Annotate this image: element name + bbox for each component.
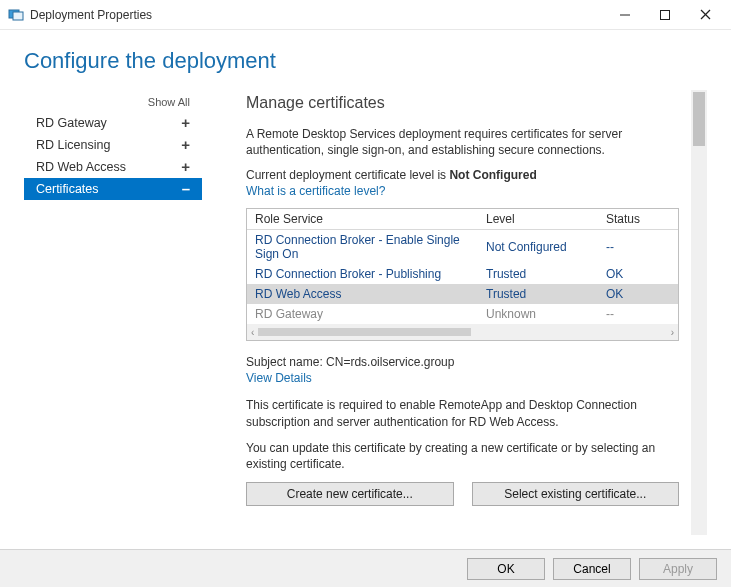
scrollbar-thumb[interactable] [258, 328, 470, 336]
col-status-header[interactable]: Status [606, 212, 670, 226]
expand-icon: + [181, 161, 190, 173]
sidebar-item-label: RD Licensing [36, 138, 110, 152]
sidebar-item-certificates[interactable]: Certificates – [24, 178, 202, 200]
minimize-button[interactable] [605, 1, 645, 29]
cert-description-1: This certificate is required to enable R… [246, 397, 679, 429]
table-row[interactable]: RD Web Access Trusted OK [247, 284, 678, 304]
table-row[interactable]: RD Connection Broker - Publishing Truste… [247, 264, 678, 284]
sidebar-item-rd-web-access[interactable]: RD Web Access + [24, 156, 202, 178]
table-header-row: Role Service Level Status [247, 209, 678, 230]
sidebar-item-label: RD Web Access [36, 160, 126, 174]
show-all-link[interactable]: Show All [24, 90, 202, 112]
panel-intro: A Remote Desktop Services deployment req… [246, 126, 679, 158]
collapse-icon: – [182, 183, 190, 195]
maximize-button[interactable] [645, 1, 685, 29]
table-horizontal-scrollbar[interactable]: ‹ › [247, 324, 678, 340]
sidebar-item-rd-gateway[interactable]: RD Gateway + [24, 112, 202, 134]
svg-rect-3 [661, 10, 670, 19]
expand-icon: + [181, 139, 190, 151]
certificates-table: Role Service Level Status RD Connection … [246, 208, 679, 341]
cancel-button[interactable]: Cancel [553, 558, 631, 580]
sidebar: Show All RD Gateway + RD Licensing + RD … [24, 90, 202, 545]
close-button[interactable] [685, 1, 725, 29]
app-icon [8, 7, 24, 23]
subject-name: Subject name: CN=rds.oilservice.group [246, 355, 679, 369]
sidebar-item-label: RD Gateway [36, 116, 107, 130]
what-is-cert-level-link[interactable]: What is a certificate level? [246, 184, 679, 198]
dialog-footer: OK Cancel Apply [0, 549, 731, 587]
ok-button[interactable]: OK [467, 558, 545, 580]
cert-level-status: Current deployment certificate level is … [246, 168, 679, 182]
scrollbar-thumb[interactable] [693, 92, 705, 146]
col-level-header[interactable]: Level [486, 212, 606, 226]
sidebar-item-rd-licensing[interactable]: RD Licensing + [24, 134, 202, 156]
window-title: Deployment Properties [30, 8, 605, 22]
vertical-scrollbar[interactable] [691, 90, 707, 535]
page-heading: Configure the deployment [24, 48, 707, 74]
col-role-header[interactable]: Role Service [255, 212, 486, 226]
cert-description-2: You can update this certificate by creat… [246, 440, 679, 472]
table-row[interactable]: RD Gateway Unknown -- [247, 304, 678, 324]
view-details-link[interactable]: View Details [246, 371, 679, 385]
panel-title: Manage certificates [246, 94, 679, 112]
select-existing-certificate-button[interactable]: Select existing certificate... [472, 482, 680, 506]
svg-rect-1 [13, 12, 23, 20]
expand-icon: + [181, 117, 190, 129]
sidebar-item-label: Certificates [36, 182, 99, 196]
scroll-left-icon[interactable]: ‹ [251, 327, 254, 338]
certificates-panel: Manage certificates A Remote Desktop Ser… [218, 90, 687, 506]
create-new-certificate-button[interactable]: Create new certificate... [246, 482, 454, 506]
table-row[interactable]: RD Connection Broker - Enable Single Sig… [247, 230, 678, 264]
titlebar: Deployment Properties [0, 0, 731, 30]
scroll-right-icon[interactable]: › [671, 327, 674, 338]
apply-button[interactable]: Apply [639, 558, 717, 580]
